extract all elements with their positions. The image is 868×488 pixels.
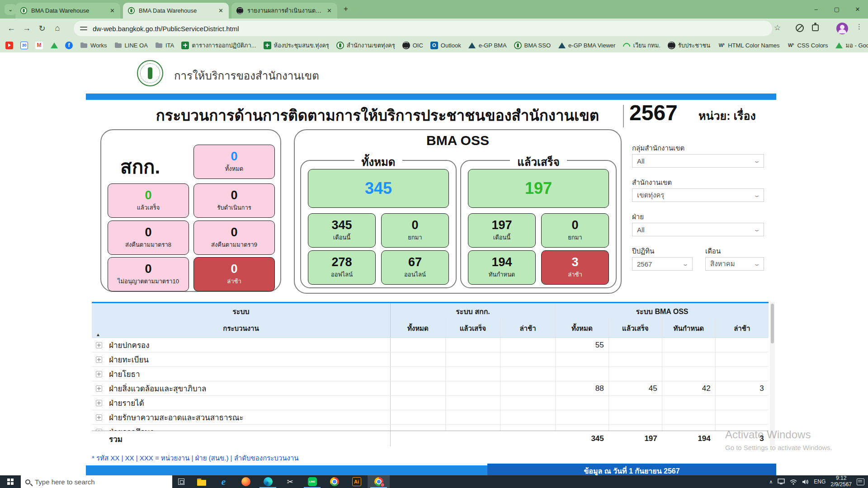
language-indicator[interactable]: ENG [814, 479, 826, 485]
col-header-skk-total[interactable]: ทั้งหมด [390, 319, 445, 338]
close-button[interactable]: ✕ [847, 0, 868, 19]
expand-icon[interactable] [96, 371, 102, 377]
clock[interactable]: 9:12 2/9/2567 [830, 475, 852, 488]
bookmark-star-icon[interactable]: ☆ [774, 23, 781, 33]
bookmark-label: ห้องประชุมสนข.ทุ่งครุ [274, 41, 329, 50]
home-button[interactable]: ⌂ [50, 23, 65, 33]
scissors-icon: ✂ [286, 477, 295, 486]
table-row[interactable]: ฝ่ายรักษาความสะอาดและสวนสาธารณะ [92, 410, 769, 425]
bookmark-html-colors[interactable]: HTML Color Names [717, 42, 779, 49]
table-row[interactable]: ฝ่ายสิ่งแวดล้อมและสุขาภิบาล 88 45 42 3 [92, 381, 769, 396]
month-select[interactable]: สิงหาคม ⌄ [705, 257, 764, 271]
network-wifi-icon[interactable] [790, 479, 797, 485]
tab-search-chevron-icon[interactable]: ⌄ [5, 4, 16, 15]
col-header-skk-late[interactable]: ล่าช้า [500, 319, 555, 338]
table-row[interactable]: ฝ่ายโยธา [92, 367, 769, 381]
blocker-extension-icon[interactable] [796, 24, 804, 32]
table-row[interactable]: ฝ่ายทะเบียน [92, 352, 769, 367]
bookmark-facebook[interactable] [65, 42, 73, 49]
tab-close-icon[interactable]: ✕ [109, 7, 116, 14]
start-button[interactable] [0, 475, 21, 488]
monitor-icon[interactable] [778, 479, 785, 485]
forward-button[interactable]: → [19, 23, 34, 33]
minimize-button[interactable]: – [806, 0, 826, 19]
bookmark-wian-bkk[interactable]: เวียน กทม. [623, 41, 660, 50]
taskbar-file-explorer[interactable] [190, 475, 212, 488]
task-view-button[interactable] [172, 479, 190, 485]
cell [390, 338, 445, 352]
bookmark-label: e-GP BMA [479, 42, 507, 49]
bookmark-egp-bma[interactable]: e-GP BMA [468, 42, 507, 49]
sort-ascending-icon[interactable]: ▲ [96, 332, 100, 337]
maximize-button[interactable]: ▢ [826, 0, 847, 19]
table-row[interactable]: ฝ่ายปกครอง 55 [92, 338, 769, 352]
address-bar[interactable]: dw-web.bangkok.go.th/PublicServiceDistri… [74, 21, 772, 36]
bookmark-bma-sso[interactable]: BMA SSO [514, 42, 551, 49]
line-app-icon: LINE [308, 477, 317, 486]
profile-avatar[interactable] [836, 23, 848, 34]
bookmark-outlook[interactable]: Outlook [430, 42, 461, 49]
taskbar-search[interactable]: Type here to search [21, 475, 172, 488]
col-header-oss-total[interactable]: ทั้งหมด [555, 319, 609, 338]
col-header-oss-late[interactable]: ล่าช้า [715, 319, 769, 338]
browser-tab-2-active[interactable]: BMA Data Warehouse ✕ [123, 3, 229, 19]
expand-icon[interactable] [96, 342, 102, 348]
expand-icon[interactable] [96, 385, 102, 392]
table-row-clipped[interactable]: ฝ่ายการศึกษา [92, 425, 769, 431]
speaker-icon[interactable] [802, 479, 809, 485]
taskbar-chrome[interactable] [323, 475, 345, 488]
expand-icon[interactable] [96, 414, 102, 421]
search-icon [25, 479, 30, 484]
district-group-select[interactable]: All ⌄ [632, 154, 764, 168]
table-row[interactable]: ฝ่ายรายได้ [92, 396, 769, 410]
tab-close-icon[interactable]: ✕ [326, 7, 333, 14]
bookmark-folder-works[interactable]: Works [80, 42, 107, 49]
new-tab-button[interactable]: + [344, 5, 348, 14]
bookmark-mo-drive[interactable]: มอ - Google ไดรฟ์ [835, 41, 868, 50]
tab-close-icon[interactable]: ✕ [217, 7, 224, 14]
expand-icon[interactable] [96, 400, 102, 406]
bookmark-folder-line-oa[interactable]: LINE OA [114, 42, 148, 49]
bookmark-folder-ita[interactable]: ITA [155, 42, 174, 49]
bookmark-egp-viewer[interactable]: e-GP BMA Viewer [558, 42, 615, 49]
col-header-oss-ontime[interactable]: ทันกำหนด [662, 319, 715, 338]
bookmark-sheet-duty[interactable]: ตารางการออกปฏิบัติภา... [181, 41, 256, 50]
bookmark-drive[interactable] [50, 42, 58, 49]
tray-chevron-icon[interactable]: ∧ [769, 479, 773, 485]
taskbar-internet-explorer[interactable]: e [212, 475, 235, 488]
browser-menu-icon[interactable]: ⋮ [856, 23, 863, 31]
bookmark-oic[interactable]: OIC [402, 42, 423, 49]
taskbar-illustrator[interactable]: Ai [345, 475, 368, 488]
notification-center-icon[interactable] [857, 479, 864, 485]
division-select[interactable]: All ⌄ [632, 223, 764, 236]
cell [500, 367, 555, 381]
reload-button[interactable]: ↻ [34, 23, 50, 33]
district-select[interactable]: เขตทุ่งครุ ⌄ [632, 188, 764, 202]
col-header-skk-done[interactable]: แล้วเสร็จ [445, 319, 500, 338]
bookmark-calendar[interactable] [20, 42, 28, 49]
bookmark-district-office[interactable]: สำนักงานเขตทุ่งครุ [336, 41, 395, 50]
taskbar-edge[interactable] [257, 475, 279, 488]
year-select[interactable]: 2567 ⌄ [632, 257, 693, 271]
cell [662, 352, 715, 366]
extensions-puzzle-icon[interactable] [812, 24, 819, 31]
bookmark-sheet-meeting[interactable]: ห้องประชุมสนข.ทุ่งครุ [264, 41, 329, 50]
taskbar-line[interactable]: LINE [301, 475, 323, 488]
back-button[interactable]: ← [4, 23, 19, 33]
col-header-oss-done[interactable]: แล้วเสร็จ [609, 319, 662, 338]
bookmark-label: Works [90, 42, 107, 49]
taskbar-snipping-tool[interactable]: ✂ [279, 475, 301, 488]
browser-tab-1[interactable]: BMA Data Warehouse ✕ [15, 3, 120, 19]
expand-icon[interactable] [96, 357, 102, 363]
taskbar-chrome-profile-active[interactable] [368, 475, 390, 488]
bookmark-css-colors[interactable]: CSS Colors [787, 42, 828, 49]
bookmark-rab-prachachon[interactable]: รับประชาชน [668, 41, 710, 50]
browser-tab-3[interactable]: รายงานผลการดำเนินงานตาม KRs ✕ [231, 3, 337, 19]
taskbar-firefox[interactable] [235, 475, 257, 488]
bookmark-youtube[interactable] [5, 42, 13, 49]
table-scrollbar[interactable] [770, 302, 775, 445]
windows-logo-icon [7, 479, 14, 485]
site-settings-icon[interactable] [80, 26, 87, 31]
bookmark-gmail[interactable] [35, 42, 43, 49]
col-header-process[interactable]: กระบวนงาน [92, 319, 390, 338]
